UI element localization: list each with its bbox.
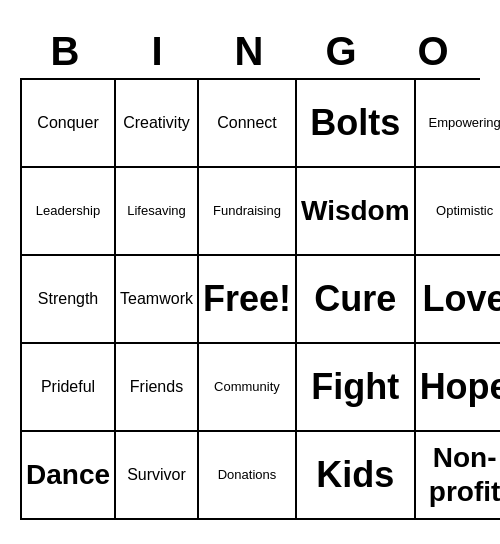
cell-r1-c1: Lifesaving xyxy=(116,168,199,256)
cell-label: Leadership xyxy=(36,203,100,219)
cell-r3-c1: Friends xyxy=(116,344,199,432)
cell-label: Non-profit xyxy=(420,441,500,508)
cell-r2-c2: Free! xyxy=(199,256,297,344)
cell-label: Hope xyxy=(420,365,500,408)
cell-r4-c4: Non-profit xyxy=(416,432,500,520)
cell-r4-c2: Donations xyxy=(199,432,297,520)
cell-r3-c0: Prideful xyxy=(22,344,116,432)
cell-label: Strength xyxy=(38,289,98,308)
cell-label: Community xyxy=(214,379,280,395)
header-letter: N xyxy=(204,25,296,78)
cell-label: Donations xyxy=(218,467,277,483)
cell-r0-c2: Connect xyxy=(199,80,297,168)
cell-r2-c3: Cure xyxy=(297,256,416,344)
cell-label: Empowering xyxy=(428,115,500,131)
cell-r4-c3: Kids xyxy=(297,432,416,520)
bingo-header: BINGO xyxy=(20,25,480,78)
cell-r3-c4: Hope xyxy=(416,344,500,432)
header-letter: B xyxy=(20,25,112,78)
cell-r2-c4: Love xyxy=(416,256,500,344)
cell-label: Cure xyxy=(314,277,396,320)
cell-label: Bolts xyxy=(310,101,400,144)
bingo-card: BINGO ConquerCreativityConnectBoltsEmpow… xyxy=(20,25,480,520)
cell-label: Creativity xyxy=(123,113,190,132)
cell-label: Survivor xyxy=(127,465,186,484)
cell-label: Optimistic xyxy=(436,203,493,219)
cell-label: Conquer xyxy=(37,113,98,132)
cell-r3-c2: Community xyxy=(199,344,297,432)
header-letter: O xyxy=(388,25,480,78)
cell-label: Prideful xyxy=(41,377,95,396)
cell-r1-c0: Leadership xyxy=(22,168,116,256)
cell-r0-c0: Conquer xyxy=(22,80,116,168)
cell-r0-c3: Bolts xyxy=(297,80,416,168)
cell-label: Connect xyxy=(217,113,277,132)
cell-label: Dance xyxy=(26,458,110,492)
cell-r0-c4: Empowering xyxy=(416,80,500,168)
cell-r1-c3: Wisdom xyxy=(297,168,416,256)
cell-label: Wisdom xyxy=(301,194,410,228)
cell-label: Teamwork xyxy=(120,289,193,308)
cell-label: Fight xyxy=(311,365,399,408)
bingo-grid: ConquerCreativityConnectBoltsEmpoweringL… xyxy=(20,78,480,520)
cell-r2-c0: Strength xyxy=(22,256,116,344)
cell-r1-c2: Fundraising xyxy=(199,168,297,256)
cell-label: Lifesaving xyxy=(127,203,186,219)
cell-r2-c1: Teamwork xyxy=(116,256,199,344)
cell-r1-c4: Optimistic xyxy=(416,168,500,256)
cell-r4-c0: Dance xyxy=(22,432,116,520)
cell-label: Free! xyxy=(203,277,291,320)
header-letter: I xyxy=(112,25,204,78)
cell-r3-c3: Fight xyxy=(297,344,416,432)
cell-r0-c1: Creativity xyxy=(116,80,199,168)
cell-r4-c1: Survivor xyxy=(116,432,199,520)
cell-label: Friends xyxy=(130,377,183,396)
cell-label: Love xyxy=(423,277,500,320)
header-letter: G xyxy=(296,25,388,78)
cell-label: Kids xyxy=(316,453,394,496)
cell-label: Fundraising xyxy=(213,203,281,219)
